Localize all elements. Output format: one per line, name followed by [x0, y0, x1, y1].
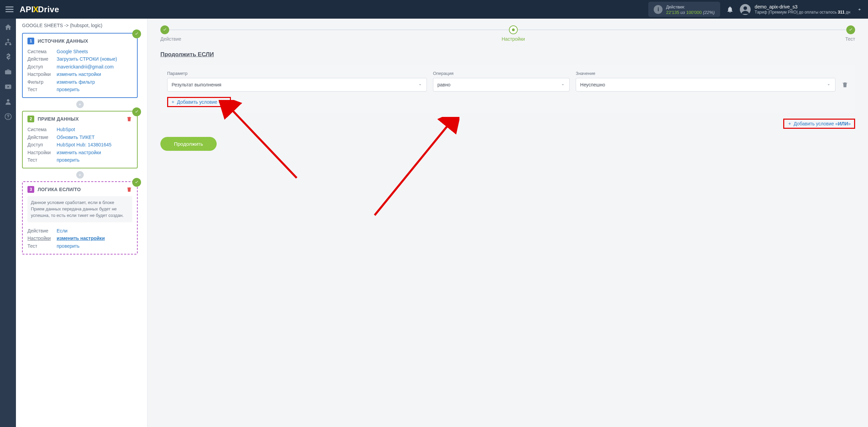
- svg-rect-3: [5, 44, 7, 45]
- card-title: ПРИЕМ ДАННЫХ: [38, 116, 79, 122]
- check-icon: [132, 29, 141, 38]
- op-select[interactable]: равно: [433, 78, 570, 92]
- card-number: 2: [27, 116, 34, 122]
- left-panel: GOOGLE SHEETS -> (hubspot, logic) 1 ИСТО…: [16, 19, 147, 427]
- chevron-down-icon: [560, 82, 565, 87]
- actions-counter[interactable]: i Действия: 22'135 из 100'000 (22%): [648, 2, 720, 17]
- check-icon: [132, 178, 141, 187]
- add-and-button[interactable]: Добавить условие «И»: [167, 97, 231, 107]
- plus-icon: [788, 122, 792, 126]
- step-done-icon[interactable]: [160, 25, 169, 34]
- briefcase-icon[interactable]: [4, 68, 12, 76]
- user-block[interactable]: demo_apix-drive_s3 Тариф |Премиум PRO| д…: [755, 4, 850, 15]
- card-link[interactable]: проверить: [57, 86, 80, 93]
- info-icon: i: [654, 5, 663, 14]
- card-link[interactable]: Загрузить СТРОКИ (новые): [57, 55, 117, 63]
- card-link[interactable]: проверить: [57, 242, 80, 250]
- card-link[interactable]: изменить настройки: [57, 149, 101, 156]
- annotation-arrow: [219, 100, 303, 185]
- destination-card: 2 ПРИЕМ ДАННЫХ СистемаHubSpot ДействиеОб…: [22, 111, 138, 168]
- delete-icon[interactable]: [126, 186, 132, 192]
- logo[interactable]: API X Drive: [20, 5, 59, 14]
- video-icon[interactable]: [4, 83, 12, 90]
- val-select[interactable]: Неуспешно: [576, 78, 835, 92]
- card-link[interactable]: HubSpot: [57, 126, 75, 133]
- menu-toggle[interactable]: [5, 5, 14, 14]
- delete-condition-icon[interactable]: [842, 81, 848, 88]
- card-link[interactable]: Обновить ТИКЕТ: [57, 134, 95, 141]
- card-title: ИСТОЧНИК ДАННЫХ: [38, 38, 88, 44]
- continue-button[interactable]: Продолжить: [160, 137, 217, 151]
- step-label: Тест: [845, 36, 855, 42]
- flows-icon[interactable]: [4, 38, 12, 46]
- add-or-button[interactable]: Добавить условие «ИЛИ»: [783, 119, 855, 129]
- chevron-down-icon: [418, 82, 422, 87]
- stepper: Действие Настройки Тест: [160, 25, 855, 42]
- annotation-arrow: [358, 117, 459, 219]
- chevron-down-icon: [826, 82, 831, 87]
- actions-label: Действия:: [666, 5, 685, 9]
- card-link[interactable]: изменить фильтр: [57, 78, 95, 86]
- home-icon[interactable]: [4, 23, 12, 31]
- card-link[interactable]: HubSpot Hub: 143801645: [57, 141, 112, 148]
- logo-text-1: API: [20, 5, 34, 14]
- section-title: Продолжить ЕСЛИ: [160, 51, 855, 58]
- svg-line-9: [375, 124, 449, 215]
- card-link[interactable]: Если: [57, 227, 67, 235]
- billing-icon[interactable]: [4, 53, 12, 61]
- card-link[interactable]: проверить: [57, 156, 80, 164]
- bell-icon[interactable]: [726, 6, 734, 13]
- param-select[interactable]: Результат выполнения: [167, 78, 427, 92]
- expand-icon[interactable]: [856, 6, 863, 13]
- card-link[interactable]: Google Sheets: [57, 48, 88, 55]
- user-avatar-icon: [740, 4, 751, 15]
- svg-point-6: [7, 99, 9, 102]
- add-step-button[interactable]: +: [76, 171, 84, 179]
- add-step-button[interactable]: +: [76, 101, 84, 108]
- op-label: Операция: [433, 71, 570, 76]
- side-rail: [0, 19, 16, 427]
- logo-text-2: Drive: [38, 5, 59, 14]
- check-icon: [132, 107, 141, 116]
- card-link[interactable]: maverickandrii@gmail.com: [57, 63, 114, 70]
- val-label: Значение: [576, 71, 835, 76]
- svg-rect-4: [9, 44, 11, 45]
- help-icon[interactable]: [4, 113, 12, 120]
- plus-icon: [171, 100, 175, 104]
- user-name: demo_apix-drive_s3: [755, 4, 850, 10]
- param-label: Параметр: [167, 71, 427, 76]
- main-panel: Действие Настройки Тест Продолжить ЕСЛИ …: [147, 19, 868, 427]
- account-icon[interactable]: [4, 98, 12, 105]
- svg-point-1: [744, 6, 747, 10]
- condition-block: Параметр Результат выполнения Операция р…: [160, 65, 855, 113]
- step-label: Действие: [160, 36, 181, 42]
- card-number: 3: [27, 186, 34, 193]
- card-link[interactable]: изменить настройки: [57, 70, 101, 78]
- logic-card: 3 ЛОГИКА ЕСЛИ/ТО Данное условие сработае…: [22, 181, 138, 255]
- card-number: 1: [27, 38, 34, 44]
- step-active-icon[interactable]: [509, 25, 518, 34]
- breadcrumb: GOOGLE SHEETS -> (hubspot, logic): [22, 23, 138, 28]
- card-link[interactable]: изменить настройки: [57, 235, 105, 242]
- source-card: 1 ИСТОЧНИК ДАННЫХ СистемаGoogle Sheets Д…: [22, 33, 138, 98]
- step-label: Настройки: [501, 36, 525, 42]
- logic-description: Данное условие сработает, если в блоке П…: [27, 196, 132, 222]
- svg-rect-2: [7, 39, 9, 41]
- step-done-icon[interactable]: [846, 25, 855, 34]
- delete-icon[interactable]: [126, 116, 132, 122]
- card-title: ЛОГИКА ЕСЛИ/ТО: [38, 187, 81, 192]
